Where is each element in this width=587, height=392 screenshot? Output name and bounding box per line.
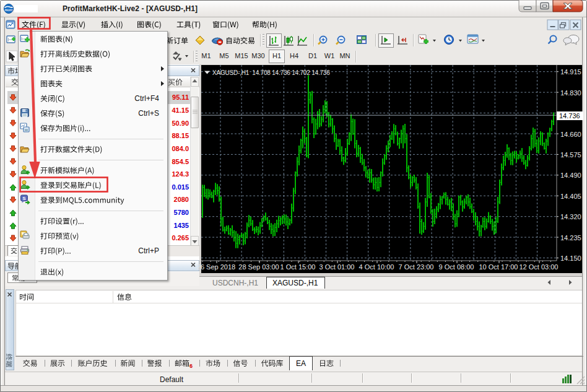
svg-text:PROFIT: PROFIT xyxy=(5,9,13,12)
